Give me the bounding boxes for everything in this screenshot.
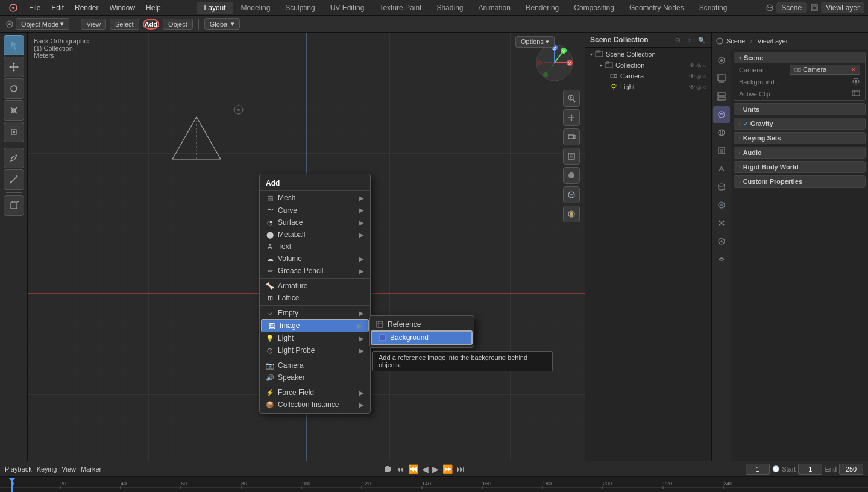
gravity-section-header[interactable]: › ✓ Gravity — [734, 118, 865, 129]
props-tab-view-layer[interactable] — [713, 88, 730, 105]
timeline-marker-menu[interactable]: Marker — [81, 465, 101, 473]
render-view-btn[interactable] — [563, 148, 580, 165]
tab-shading[interactable]: Shading — [429, 2, 470, 14]
timeline-playback-menu[interactable]: Playback — [5, 465, 32, 473]
light-hide-icon[interactable]: ○ — [703, 84, 706, 90]
props-tab-world[interactable] — [713, 124, 730, 141]
global-dropdown[interactable]: Global ▾ — [204, 18, 240, 30]
add-menu-button[interactable]: Add — [143, 19, 159, 30]
add-armature[interactable]: 🦴 Armature — [260, 280, 370, 292]
tree-item-scene-collection[interactable]: ▾ Scene Collection — [585, 49, 711, 60]
add-speaker[interactable]: 🔊 Speaker — [260, 371, 370, 383]
frame-current-display[interactable]: 1 — [746, 464, 770, 475]
timeline-ruler[interactable]: 1 20 40 60 80 100 120 140 160 180 — [0, 477, 868, 492]
options-button[interactable]: Options ▾ — [515, 36, 555, 48]
props-tab-scene[interactable] — [713, 106, 730, 123]
tab-uv-editing[interactable]: UV Editing — [323, 2, 372, 14]
tab-layout[interactable]: Layout — [197, 2, 233, 14]
object-menu[interactable]: Object — [163, 19, 193, 30]
select-icon[interactable]: ◎ — [696, 62, 702, 69]
submenu-reference[interactable]: Reference — [370, 318, 474, 330]
add-mesh[interactable]: ▤ Mesh ▶ — [260, 192, 370, 204]
add-collection-instance[interactable]: 📦 Collection Instance ▶ — [260, 399, 370, 411]
add-volume[interactable]: ☁ Volume ▶ — [260, 253, 370, 265]
tool-move[interactable] — [4, 57, 24, 77]
tab-compositing[interactable]: Compositing — [567, 2, 621, 14]
add-empty[interactable]: ○ Empty ▶ — [260, 307, 370, 319]
add-text[interactable]: A Text — [260, 241, 370, 253]
scene-name[interactable]: Scene — [776, 2, 807, 13]
tool-select[interactable] — [4, 35, 24, 55]
props-tab-render[interactable] — [713, 52, 730, 69]
outliner-sort-icon[interactable]: ↕ — [685, 35, 694, 45]
add-force-field[interactable]: ⚡ Force Field ▶ — [260, 386, 370, 399]
timeline-keying-menu[interactable]: Keying — [37, 465, 57, 473]
timeline-start-frame[interactable]: 1 — [798, 464, 822, 475]
timeline-next-keyframe-btn[interactable]: ⏭ — [456, 464, 465, 474]
menu-blender[interactable] — [4, 2, 23, 14]
props-tab-object[interactable] — [713, 142, 730, 159]
hide-icon[interactable]: ○ — [703, 62, 706, 69]
add-metaball[interactable]: ⬤ Metaball ▶ — [260, 229, 370, 241]
tab-geometry-nodes[interactable]: Geometry Nodes — [622, 2, 691, 14]
eye-icon[interactable]: 👁 — [689, 62, 695, 69]
tab-animation[interactable]: Animation — [471, 2, 517, 14]
units-section-header[interactable]: › Units — [734, 104, 865, 115]
menu-edit[interactable]: Edit — [46, 2, 69, 13]
custom-props-header[interactable]: › Custom Properties — [734, 176, 865, 187]
timeline-record-btn[interactable]: ⏺ — [383, 464, 392, 475]
tool-add-cube[interactable] — [4, 195, 24, 216]
tool-annotate[interactable] — [4, 148, 24, 168]
menu-render[interactable]: Render — [70, 2, 103, 13]
tree-item-collection[interactable]: ▾ Collection 👁 ◎ ○ — [585, 60, 711, 71]
close-camera-btn[interactable]: ✕ — [851, 66, 856, 74]
tree-item-camera[interactable]: Camera 👁 ◎ ○ — [585, 71, 711, 81]
select-menu[interactable]: Select — [110, 19, 139, 30]
camera-render-icon[interactable]: ◎ — [696, 73, 702, 80]
scene-section-header[interactable]: ▾ Scene — [734, 52, 865, 63]
add-light-probe[interactable]: ◎ Light Probe ▶ — [260, 344, 370, 356]
props-tab-physics[interactable] — [713, 233, 730, 250]
submenu-background[interactable]: Background — [371, 330, 473, 345]
add-lattice[interactable]: ⊞ Lattice — [260, 292, 370, 304]
tab-scripting[interactable]: Scripting — [692, 2, 735, 14]
props-tab-modifier[interactable] — [713, 160, 730, 177]
tab-texture-paint[interactable]: Texture Paint — [372, 2, 429, 14]
add-light[interactable]: 💡 Light ▶ — [260, 332, 370, 344]
viewlayer-name[interactable]: ViewLayer — [821, 2, 864, 13]
props-tab-material[interactable] — [713, 197, 730, 213]
light-eye-icon[interactable]: 👁 — [689, 84, 695, 90]
camera-view-btn[interactable] — [563, 128, 580, 145]
keying-sets-header[interactable]: › Keying Sets — [734, 133, 865, 144]
pan-btn[interactable] — [563, 109, 580, 126]
camera-hide-icon[interactable]: ○ — [703, 73, 706, 80]
menu-window[interactable]: Window — [104, 2, 140, 13]
add-camera[interactable]: 📷 Camera — [260, 359, 370, 371]
timeline-play-back-btn[interactable]: ◀ — [422, 464, 429, 474]
timeline-prev-keyframe-btn[interactable]: ⏮ — [396, 464, 404, 474]
shading-rendered-btn[interactable] — [563, 206, 580, 222]
active-clip-icon[interactable] — [852, 89, 860, 99]
timeline-next-frame-btn[interactable]: ⏩ — [442, 464, 453, 474]
shading-material-btn[interactable] — [563, 186, 580, 203]
props-tab-particles[interactable] — [713, 215, 730, 232]
audio-section-header[interactable]: › Audio — [734, 147, 865, 158]
object-mode-dropdown[interactable]: Object Mode ▾ — [16, 18, 69, 30]
props-tab-constraints[interactable] — [713, 251, 730, 268]
timeline-view-menu[interactable]: View — [61, 465, 76, 473]
timeline-prev-frame-btn[interactable]: ⏪ — [408, 464, 418, 474]
tool-measure[interactable] — [4, 169, 24, 190]
outliner-search-icon[interactable]: 🔍 — [697, 35, 706, 45]
add-grease-pencil[interactable]: ✏ Grease Pencil ▶ — [260, 265, 370, 277]
view-menu[interactable]: View — [81, 19, 106, 30]
tree-item-light[interactable]: Light 👁 ◎ ○ — [585, 81, 711, 92]
tool-transform[interactable] — [4, 122, 24, 142]
tab-sculpting[interactable]: Sculpting — [278, 2, 322, 14]
shading-solid-btn[interactable] — [563, 167, 580, 184]
tool-scale[interactable] — [4, 100, 24, 121]
add-curve[interactable]: 〜 Curve ▶ — [260, 204, 370, 216]
zoom-to-fit-btn[interactable] — [563, 90, 580, 107]
background-icon[interactable] — [852, 77, 860, 87]
props-tab-data[interactable] — [713, 178, 730, 195]
rigid-body-header[interactable]: › Rigid Body World — [734, 162, 865, 172]
